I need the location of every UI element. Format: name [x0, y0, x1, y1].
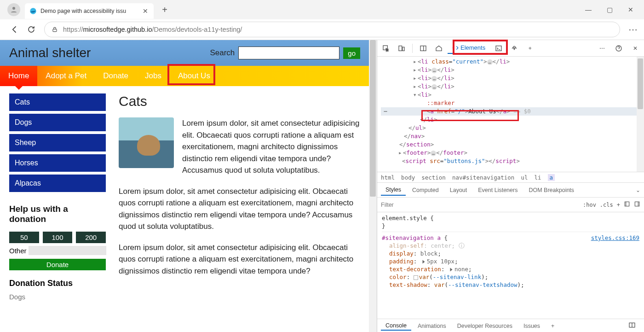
main-column: Cats Lorem ipsum dolor, sit amet consect… — [106, 93, 365, 301]
crumb-ul[interactable]: ul — [521, 174, 528, 181]
crumb-li[interactable]: li — [534, 174, 541, 181]
donate-100[interactable]: 100 — [43, 232, 73, 243]
tab-elements[interactable]: Elements — [448, 42, 490, 54]
crumb-body[interactable]: body — [401, 174, 415, 181]
sidebar-toggle-icon[interactable] — [634, 201, 640, 209]
dom-tree[interactable]: ▸<li class="current">…</li> ▸<li>…</li> … — [377, 57, 644, 172]
page-heading: Cats — [119, 93, 365, 109]
main-nav: Home Adopt a Pet Donate Jobs About Us — [0, 66, 369, 86]
sidebar-item-horses[interactable]: Horses — [9, 154, 106, 172]
close-icon[interactable]: ✕ — [142, 7, 149, 15]
styles-pane-tabs: Styles Computed Layout Event Listeners D… — [377, 183, 644, 198]
svg-rect-5 — [402, 47, 404, 51]
tab-computed[interactable]: Computed — [408, 185, 443, 195]
help-icon[interactable] — [612, 41, 626, 55]
svg-rect-4 — [399, 46, 402, 51]
crumb-nav[interactable]: nav#sitenavigation — [452, 174, 514, 181]
tab-styles[interactable]: Styles — [381, 185, 406, 196]
svg-point-9 — [513, 46, 515, 48]
refresh-button[interactable] — [23, 21, 40, 38]
search-label: Search — [210, 48, 235, 58]
close-devtools-button[interactable]: ✕ — [628, 41, 642, 55]
nav-home[interactable]: Home — [0, 66, 37, 86]
cls-toggle[interactable]: .cls — [600, 202, 613, 208]
app-menu-button[interactable]: ⋯ — [625, 21, 641, 38]
window-controls: — ▢ ✕ — [578, 3, 641, 17]
donate-50[interactable]: 50 — [9, 232, 39, 243]
drawer-issues[interactable]: Issues — [519, 322, 545, 330]
crumb-section[interactable]: section — [421, 174, 446, 181]
sidebar-item-dogs[interactable]: Dogs — [9, 114, 106, 131]
new-style-button[interactable]: + — [617, 202, 620, 208]
search-input[interactable] — [238, 47, 339, 59]
nav-about[interactable]: About Us — [170, 66, 218, 86]
crumb-a[interactable]: a — [548, 174, 555, 181]
styles-body[interactable]: element.style { } #sitenavigation a { st… — [377, 212, 644, 319]
dom-scrollbar[interactable] — [637, 57, 644, 172]
welcome-icon[interactable] — [432, 41, 446, 55]
svg-rect-8 — [496, 46, 501, 51]
drawer-animations[interactable]: Animations — [413, 322, 451, 330]
drawer-dev-resources[interactable]: Developer Resources — [453, 322, 517, 330]
browser-tab[interactable]: Demo page with accessibility issu ✕ — [25, 3, 154, 19]
back-button[interactable] — [6, 21, 23, 38]
devtools: Elements + ⋯ ✕ ▸<li class="current">…</l… — [377, 40, 644, 332]
donation-status-dogs: Dogs — [9, 293, 106, 301]
drawer-tabs: Console Animations Developer Resources I… — [377, 319, 644, 332]
paragraph-1: Lorem ipsum dolor, sit amet consectetur … — [182, 117, 365, 176]
minimize-icon[interactable]: — — [578, 3, 599, 17]
drawer-console[interactable]: Console — [381, 321, 411, 331]
computed-toggle-icon[interactable] — [624, 201, 630, 209]
more-icon[interactable]: ⋯ — [595, 41, 609, 55]
panel-layout-icon[interactable] — [416, 41, 430, 55]
tab-layout[interactable]: Layout — [445, 185, 472, 195]
svg-rect-2 — [53, 29, 57, 31]
sidebar-item-alpacas[interactable]: Alpacas — [9, 175, 106, 192]
other-input[interactable] — [29, 246, 106, 255]
person-icon — [10, 6, 18, 14]
donate-button[interactable]: Donate — [9, 259, 106, 270]
close-window-icon[interactable]: ✕ — [620, 3, 641, 17]
svg-point-0 — [12, 7, 15, 10]
styles-filter-bar: :hov .cls + — [377, 198, 644, 212]
crumb-html[interactable]: html — [381, 174, 395, 181]
drawer-add-button[interactable]: + — [546, 322, 559, 330]
hov-toggle[interactable]: :hov — [583, 202, 596, 208]
styles-filter-input[interactable] — [381, 202, 579, 208]
edge-icon — [29, 7, 37, 15]
url-field[interactable]: https://microsoftedge.github.io/Demos/de… — [44, 22, 620, 37]
site-header: Animal shelter Search go — [0, 40, 369, 66]
titlebar: Demo page with accessibility issu ✕ + — … — [0, 0, 644, 19]
drawer-expand-icon[interactable] — [624, 320, 640, 331]
nav-jobs[interactable]: Jobs — [137, 66, 170, 86]
donate-200[interactable]: 200 — [76, 232, 106, 243]
chevron-down-icon[interactable]: ⌄ — [636, 187, 640, 193]
console-icon[interactable] — [492, 41, 506, 55]
sidebar-item-cats[interactable]: Cats — [9, 93, 106, 111]
tab-dom-breakpoints[interactable]: DOM Breakpoints — [524, 185, 579, 195]
help-heading: Help us with a donation — [9, 204, 106, 224]
page-scrollbar[interactable] — [369, 40, 377, 332]
code-icon — [452, 45, 459, 51]
go-button[interactable]: go — [343, 47, 360, 59]
device-icon[interactable] — [395, 41, 408, 55]
nav-adopt[interactable]: Adopt a Pet — [37, 66, 95, 86]
breadcrumb[interactable]: html body section nav#sitenavigation ul … — [377, 172, 644, 183]
new-tab-button[interactable]: + — [158, 3, 171, 16]
donation-status-heading: Donation Status — [9, 279, 106, 288]
svg-rect-12 — [635, 202, 639, 206]
sidebar: Cats Dogs Sheep Horses Alpacas Help us w… — [9, 93, 106, 301]
sources-icon[interactable] — [507, 41, 521, 55]
sidebar-item-sheep[interactable]: Sheep — [9, 134, 106, 151]
tab-title: Demo page with accessibility issu — [40, 8, 142, 14]
site-title: Animal shelter — [9, 46, 210, 60]
nav-donate[interactable]: Donate — [95, 66, 137, 86]
maximize-icon[interactable]: ▢ — [599, 3, 620, 17]
svg-rect-11 — [625, 202, 629, 206]
tab-event-listeners[interactable]: Event Listeners — [473, 185, 522, 195]
profile-avatar[interactable] — [7, 3, 20, 16]
styles-source-link[interactable]: styles.css:169 — [591, 234, 639, 242]
lock-icon — [51, 26, 58, 33]
more-tabs-button[interactable]: + — [523, 41, 537, 55]
inspect-icon[interactable] — [379, 41, 393, 55]
